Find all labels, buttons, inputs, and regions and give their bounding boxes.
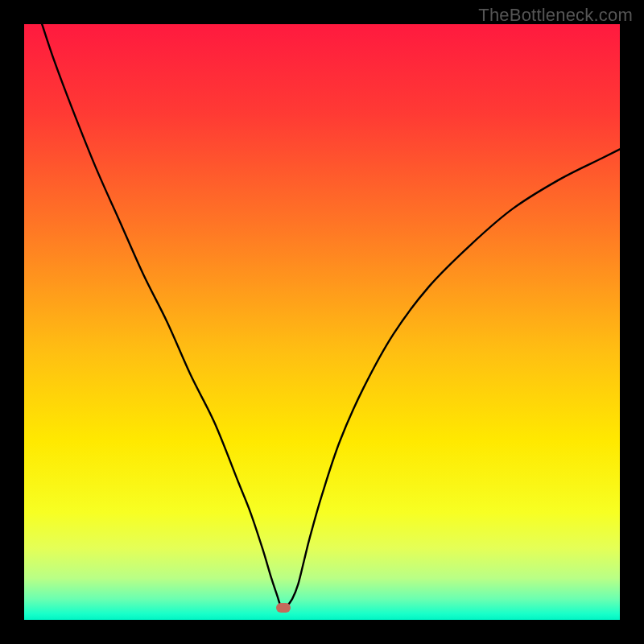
gradient-rect [24,24,620,620]
chart-frame: TheBottleneck.com [0,0,644,644]
watermark-text: TheBottleneck.com [478,5,633,26]
plot-area [24,24,620,620]
optimal-marker [276,603,291,613]
chart-svg [24,24,620,620]
